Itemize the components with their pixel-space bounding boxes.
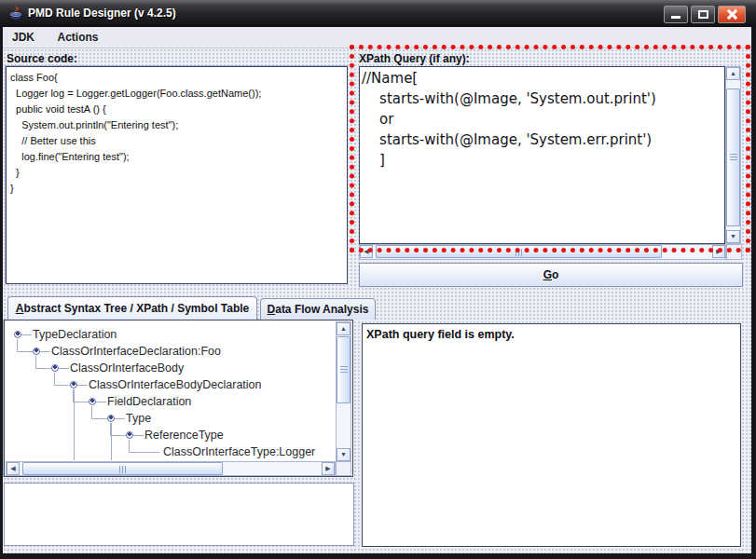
scrollbar-thumb[interactable]	[337, 336, 351, 403]
code-line: System.out.println("Entering test");	[10, 117, 343, 133]
scroll-up-icon: ▲	[340, 325, 347, 332]
tree-node[interactable]: ClassOrInterfaceBody	[70, 361, 184, 375]
xpath-result-panel: XPath query field is empty.	[362, 323, 741, 547]
tree-connector	[73, 389, 89, 402]
tree-expand-handle-icon[interactable]	[14, 331, 21, 338]
scroll-down-icon: ▼	[730, 233, 736, 239]
tree-node[interactable]: ClassOrInterfaceBodyDeclaration	[89, 377, 262, 392]
tree-horizontal-scrollbar[interactable]: ◀ ▶	[6, 461, 336, 476]
tree-node[interactable]: ClassOrInterfaceType:Logger	[163, 444, 315, 459]
code-line: public void testA () {	[10, 102, 343, 117]
tree-connector	[77, 385, 88, 386]
maximize-button[interactable]	[691, 6, 715, 23]
menu-actions[interactable]: Actions	[48, 27, 107, 48]
code-line: class Foo{	[10, 70, 343, 86]
xpath-query-textarea[interactable]: //Name[ starts-with(@Image, 'System.out.…	[359, 66, 725, 244]
tree-vertical-scrollbar[interactable]: ▲ ▼	[336, 321, 351, 462]
close-button[interactable]	[718, 6, 746, 23]
tab-abstract-syntax-tree[interactable]: Abstract Syntax Tree / XPath / Symbol Ta…	[7, 296, 257, 320]
minimize-button[interactable]	[664, 6, 688, 23]
xpath-vertical-scrollbar[interactable]: ▲ ▼	[725, 66, 741, 244]
minimize-icon	[671, 16, 680, 19]
titlebar: PMD Rule Designer (v 4.2.5)	[0, 0, 756, 27]
tab-mnemonic: D	[268, 303, 276, 316]
tab-label: bstract Syntax Tree / XPath / Symbol Tab…	[23, 302, 249, 315]
tree-connector	[59, 368, 69, 369]
code-line: log.fine("Entering test");	[10, 149, 343, 165]
tree-connector	[96, 402, 106, 402]
tree-expand-handle-icon[interactable]	[33, 348, 40, 355]
menubar: JDK Actions	[3, 27, 751, 48]
tab-data-flow-analysis[interactable]: Data Flow Analysis	[260, 298, 376, 320]
tree-connector	[35, 356, 51, 369]
scroll-left-button[interactable]: ◀	[360, 245, 373, 258]
ast-tree-panel: TypeDeclaration ClassOrInterfaceDeclarat…	[4, 320, 353, 477]
tree-expand-handle-icon[interactable]	[51, 364, 59, 372]
scrollbar-corner	[336, 461, 351, 476]
scroll-down-icon: ▼	[340, 451, 347, 457]
tree-connector	[110, 423, 126, 436]
tree-connector	[91, 406, 107, 419]
scroll-left-icon: ◀	[364, 248, 368, 254]
tree-node[interactable]: Type	[126, 411, 151, 426]
scroll-up-button[interactable]: ▲	[726, 67, 740, 80]
tree-expand-handle-icon[interactable]	[107, 415, 115, 422]
scrollbar-thumb[interactable]	[726, 89, 740, 226]
close-icon	[727, 9, 737, 20]
code-line: // Better use this	[10, 133, 343, 149]
query-line: starts-with(@Image, 'System.out.print')	[362, 89, 722, 109]
scrollbar-thumb[interactable]	[376, 245, 662, 258]
query-line: starts-with(@Image, 'System.err.print')	[362, 130, 722, 150]
scroll-right-icon: ▶	[716, 248, 721, 254]
tree-connector	[115, 418, 125, 419]
menu-jdk[interactable]: JDK	[3, 27, 44, 48]
tree-connector	[40, 351, 50, 352]
scroll-right-button[interactable]: ▶	[322, 462, 335, 475]
query-line: ]	[362, 150, 722, 170]
tree-expand-handle-icon[interactable]	[89, 398, 96, 405]
go-button[interactable]: Go	[359, 263, 743, 287]
tree-connector	[129, 440, 159, 453]
tree-node[interactable]: FieldDeclaration	[107, 394, 191, 409]
tree-node[interactable]: TypeDeclaration	[33, 327, 117, 342]
tree-connector	[21, 334, 32, 335]
scroll-right-icon: ▶	[325, 465, 330, 471]
window-title: PMD Rule Designer (v 4.2.5)	[28, 0, 176, 26]
query-line: or	[362, 109, 722, 130]
scroll-up-icon: ▲	[730, 70, 736, 76]
app-window: PMD Rule Designer (v 4.2.5) JDK Actions …	[0, 0, 756, 559]
code-line: }	[10, 181, 343, 197]
bottom-left-panel	[4, 483, 354, 546]
go-button-mnemonic: G	[543, 268, 552, 281]
scroll-left-button[interactable]: ◀	[7, 462, 20, 475]
java-icon	[7, 5, 24, 21]
scrollbar-thumb[interactable]	[22, 462, 223, 475]
tree-connector	[54, 373, 70, 386]
xpath-result-message: XPath query field is empty.	[366, 328, 736, 341]
scroll-down-button[interactable]: ▼	[726, 230, 740, 243]
source-code-label: Source code:	[7, 52, 77, 65]
go-button-label: o	[552, 268, 558, 281]
query-line: //Name[	[362, 68, 722, 89]
tree-expand-handle-icon[interactable]	[70, 381, 77, 389]
code-line: }	[10, 165, 343, 181]
xpath-query-label: XPath Query (if any):	[359, 52, 470, 65]
tree-node[interactable]: ClassOrInterfaceDeclaration:Foo	[51, 344, 221, 359]
tab-label: ata Flow Analysis	[275, 303, 368, 316]
tree-connector	[17, 339, 33, 352]
source-code-textarea[interactable]: class Foo{ Logger log = Logger.getLogger…	[6, 66, 348, 284]
scrollbar-corner	[726, 244, 742, 260]
scroll-down-button[interactable]: ▼	[337, 448, 351, 461]
tree-expand-handle-icon[interactable]	[126, 431, 133, 439]
scroll-up-button[interactable]: ▲	[337, 322, 351, 335]
maximize-icon	[698, 10, 708, 19]
xpath-horizontal-scrollbar[interactable]: ◀ ▶	[359, 244, 726, 260]
scroll-right-button[interactable]: ▶	[712, 245, 725, 258]
scroll-left-icon: ◀	[10, 465, 15, 471]
code-line: Logger log = Logger.getLogger(Foo.class.…	[10, 86, 343, 102]
tree-connector	[133, 435, 144, 436]
